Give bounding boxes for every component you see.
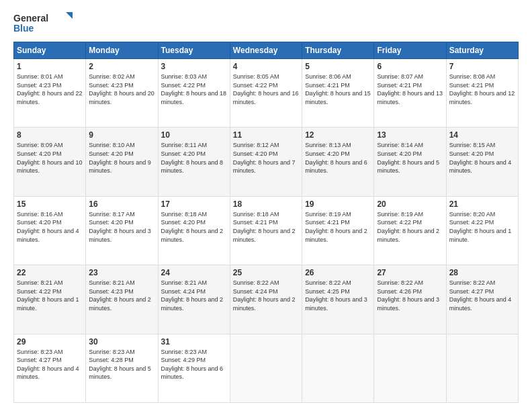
day-info: Sunrise: 8:14 AMSunset: 4:20 PMDaylight:…	[377, 141, 443, 175]
calendar-cell: 29Sunrise: 8:23 AMSunset: 4:27 PMDayligh…	[14, 334, 86, 402]
calendar-cell	[446, 334, 518, 402]
day-info: Sunrise: 8:01 AMSunset: 4:23 PMDaylight:…	[17, 73, 83, 106]
calendar-cell: 26Sunrise: 8:22 AMSunset: 4:25 PMDayligh…	[302, 265, 374, 334]
day-number: 31	[161, 337, 227, 347]
calendar-cell: 7Sunrise: 8:08 AMSunset: 4:21 PMDaylight…	[446, 59, 518, 128]
day-info: Sunrise: 8:12 AMSunset: 4:20 PMDaylight:…	[233, 141, 299, 175]
day-info: Sunrise: 8:17 AMSunset: 4:20 PMDaylight:…	[89, 210, 154, 244]
day-number: 5	[305, 62, 371, 71]
day-number: 25	[233, 268, 299, 277]
day-number: 17	[161, 199, 227, 209]
day-number: 10	[161, 130, 227, 140]
day-number: 29	[17, 337, 83, 347]
calendar-cell: 25Sunrise: 8:22 AMSunset: 4:24 PMDayligh…	[230, 265, 302, 334]
calendar-week-row: 15Sunrise: 8:16 AMSunset: 4:20 PMDayligh…	[14, 196, 519, 265]
calendar-week-row: 29Sunrise: 8:23 AMSunset: 4:27 PMDayligh…	[14, 334, 519, 402]
day-info: Sunrise: 8:21 AMSunset: 4:22 PMDaylight:…	[17, 279, 83, 312]
calendar-body: 1Sunrise: 8:01 AMSunset: 4:23 PMDaylight…	[14, 59, 519, 403]
calendar-cell: 11Sunrise: 8:12 AMSunset: 4:20 PMDayligh…	[230, 128, 302, 196]
calendar-cell: 2Sunrise: 8:02 AMSunset: 4:23 PMDaylight…	[86, 59, 158, 128]
day-number: 7	[449, 62, 515, 71]
day-number: 8	[17, 130, 83, 140]
calendar-cell: 28Sunrise: 8:22 AMSunset: 4:27 PMDayligh…	[446, 265, 518, 334]
calendar-cell: 20Sunrise: 8:19 AMSunset: 4:22 PMDayligh…	[374, 196, 446, 265]
calendar-cell: 14Sunrise: 8:15 AMSunset: 4:20 PMDayligh…	[446, 128, 518, 196]
day-info: Sunrise: 8:22 AMSunset: 4:26 PMDaylight:…	[377, 279, 443, 312]
calendar-week-row: 1Sunrise: 8:01 AMSunset: 4:23 PMDaylight…	[14, 59, 519, 128]
calendar-cell: 5Sunrise: 8:06 AMSunset: 4:21 PMDaylight…	[302, 59, 374, 128]
day-of-week-header: Friday	[374, 42, 446, 59]
day-info: Sunrise: 8:09 AMSunset: 4:20 PMDaylight:…	[17, 141, 83, 175]
day-info: Sunrise: 8:06 AMSunset: 4:21 PMDaylight:…	[305, 73, 371, 106]
day-of-week-header: Monday	[86, 42, 158, 59]
day-number: 11	[233, 130, 299, 140]
calendar-cell	[374, 334, 446, 402]
day-info: Sunrise: 8:13 AMSunset: 4:20 PMDaylight:…	[305, 141, 371, 175]
calendar-cell: 18Sunrise: 8:18 AMSunset: 4:21 PMDayligh…	[230, 196, 302, 265]
day-info: Sunrise: 8:19 AMSunset: 4:21 PMDaylight:…	[305, 210, 371, 244]
day-info: Sunrise: 8:18 AMSunset: 4:20 PMDaylight:…	[161, 210, 227, 244]
day-info: Sunrise: 8:20 AMSunset: 4:22 PMDaylight:…	[449, 210, 515, 244]
day-number: 19	[305, 199, 371, 209]
day-of-week-header: Thursday	[302, 42, 374, 59]
day-number: 23	[89, 268, 154, 277]
day-of-week-header: Saturday	[446, 42, 518, 59]
calendar-cell: 4Sunrise: 8:05 AMSunset: 4:22 PMDaylight…	[230, 59, 302, 128]
calendar-cell: 30Sunrise: 8:23 AMSunset: 4:28 PMDayligh…	[86, 334, 158, 402]
svg-text:Blue: Blue	[13, 23, 34, 34]
day-info: Sunrise: 8:08 AMSunset: 4:21 PMDaylight:…	[449, 73, 515, 106]
calendar-week-row: 22Sunrise: 8:21 AMSunset: 4:22 PMDayligh…	[14, 265, 519, 334]
day-number: 15	[17, 199, 83, 209]
calendar-cell: 1Sunrise: 8:01 AMSunset: 4:23 PMDaylight…	[14, 59, 86, 128]
day-info: Sunrise: 8:23 AMSunset: 4:28 PMDaylight:…	[89, 348, 154, 381]
day-number: 24	[161, 268, 227, 277]
day-number: 22	[17, 268, 83, 277]
day-info: Sunrise: 8:23 AMSunset: 4:27 PMDaylight:…	[17, 348, 83, 381]
day-number: 3	[161, 62, 227, 71]
day-number: 2	[89, 62, 154, 71]
day-info: Sunrise: 8:22 AMSunset: 4:24 PMDaylight:…	[233, 279, 299, 312]
calendar-cell: 23Sunrise: 8:21 AMSunset: 4:23 PMDayligh…	[86, 265, 158, 334]
calendar-cell: 27Sunrise: 8:22 AMSunset: 4:26 PMDayligh…	[374, 265, 446, 334]
calendar-cell	[230, 334, 302, 402]
calendar-header: SundayMondayTuesdayWednesdayThursdayFrid…	[14, 42, 519, 59]
day-of-week-header: Sunday	[14, 42, 86, 59]
day-number: 6	[377, 62, 443, 71]
logo: General Blue	[13, 11, 74, 35]
day-of-week-header: Wednesday	[230, 42, 302, 59]
calendar-cell: 16Sunrise: 8:17 AMSunset: 4:20 PMDayligh…	[86, 196, 158, 265]
day-number: 21	[449, 199, 515, 209]
page: General Blue SundayMondayTuesdayWednesda…	[0, 0, 532, 411]
day-info: Sunrise: 8:02 AMSunset: 4:23 PMDaylight:…	[89, 73, 154, 106]
day-number: 1	[17, 62, 83, 71]
day-number: 28	[449, 268, 515, 277]
day-info: Sunrise: 8:22 AMSunset: 4:27 PMDaylight:…	[449, 279, 515, 312]
svg-marker-2	[66, 12, 73, 19]
calendar-cell: 17Sunrise: 8:18 AMSunset: 4:20 PMDayligh…	[158, 196, 230, 265]
calendar-cell: 19Sunrise: 8:19 AMSunset: 4:21 PMDayligh…	[302, 196, 374, 265]
calendar-cell: 3Sunrise: 8:03 AMSunset: 4:22 PMDaylight…	[158, 59, 230, 128]
calendar-cell: 9Sunrise: 8:10 AMSunset: 4:20 PMDaylight…	[86, 128, 158, 196]
day-number: 14	[449, 130, 515, 140]
day-number: 20	[377, 199, 443, 209]
calendar-cell: 31Sunrise: 8:23 AMSunset: 4:29 PMDayligh…	[158, 334, 230, 402]
calendar-week-row: 8Sunrise: 8:09 AMSunset: 4:20 PMDaylight…	[14, 128, 519, 196]
day-info: Sunrise: 8:03 AMSunset: 4:22 PMDaylight:…	[161, 73, 227, 106]
day-info: Sunrise: 8:21 AMSunset: 4:24 PMDaylight:…	[161, 279, 227, 312]
logo-svg: General Blue	[13, 11, 74, 35]
calendar-cell: 12Sunrise: 8:13 AMSunset: 4:20 PMDayligh…	[302, 128, 374, 196]
day-number: 13	[377, 130, 443, 140]
header-row: SundayMondayTuesdayWednesdayThursdayFrid…	[14, 42, 519, 59]
calendar-table: SundayMondayTuesdayWednesdayThursdayFrid…	[13, 42, 519, 403]
day-number: 18	[233, 199, 299, 209]
calendar-cell: 8Sunrise: 8:09 AMSunset: 4:20 PMDaylight…	[14, 128, 86, 196]
day-number: 30	[89, 337, 154, 347]
day-info: Sunrise: 8:05 AMSunset: 4:22 PMDaylight:…	[233, 73, 299, 106]
svg-text:General: General	[13, 13, 48, 24]
day-info: Sunrise: 8:10 AMSunset: 4:20 PMDaylight:…	[89, 141, 154, 175]
day-info: Sunrise: 8:19 AMSunset: 4:22 PMDaylight:…	[377, 210, 443, 244]
calendar-cell: 21Sunrise: 8:20 AMSunset: 4:22 PMDayligh…	[446, 196, 518, 265]
day-of-week-header: Tuesday	[158, 42, 230, 59]
day-info: Sunrise: 8:16 AMSunset: 4:20 PMDaylight:…	[17, 210, 83, 244]
day-info: Sunrise: 8:11 AMSunset: 4:20 PMDaylight:…	[161, 141, 227, 175]
